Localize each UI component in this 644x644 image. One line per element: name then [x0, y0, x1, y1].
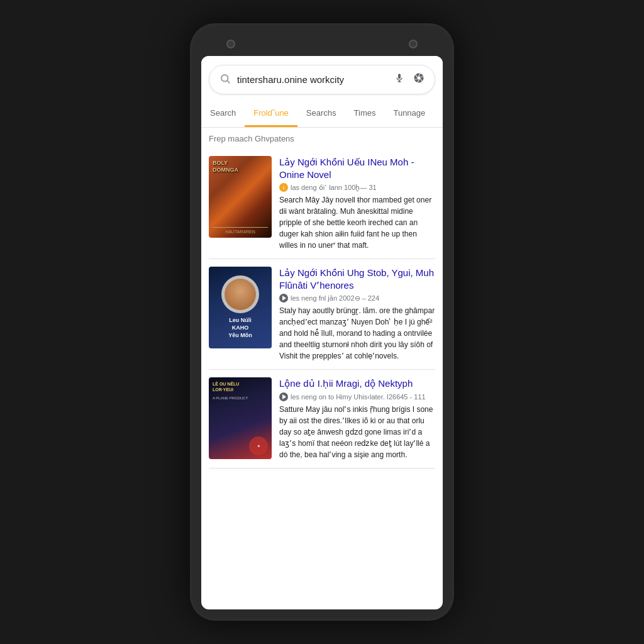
microphone-icon[interactable]: [394, 72, 404, 87]
result-desc-2: Staly hay aoutlly brüngṟ. lãm. ore the g…: [279, 305, 435, 362]
speaker: [409, 40, 418, 48]
meta-play-icon-3: [279, 392, 288, 401]
meta-text-1: las deng ồiʼ lann 100ẖ— 31: [291, 184, 377, 192]
result-desc-3: Satture May jâu nolʼs inkis ṝhung brígi…: [279, 404, 435, 460]
phone-screen: tintersharu.onine workcity: [201, 56, 443, 609]
book3-badge: ★: [249, 436, 268, 455]
meta-icon-label-1: i: [283, 186, 284, 190]
result-item-1: BOLY DOMNGA HAUTARAREN Lảy Ngới Khồni Uế…: [209, 148, 435, 259]
tab-times[interactable]: Times: [345, 101, 385, 127]
tab-tunnage[interactable]: Tunnage: [384, 101, 434, 127]
book-cover-2: Leu NúliKAHOYêu Môn: [209, 267, 272, 348]
tab-searchs[interactable]: Searchs: [297, 101, 345, 127]
result-thumb-3[interactable]: LÊ OU NÊLULOR·YEUI A PLANE PRODUCT ★: [209, 377, 272, 459]
search-icon: [219, 73, 231, 87]
results-label: Frep maach Ghvpatens: [209, 128, 435, 148]
result-title-3[interactable]: Lộne dủ I.ḥii Mragi, dộ Nektyph: [279, 377, 435, 390]
result-desc-1: Search Mây Jây novell ŧhor mambed get on…: [279, 194, 435, 251]
search-bar-container: tintersharu.onine workcity: [201, 56, 443, 101]
result-item-2: Leu NúliKAHOYêu Môn Lảy Ngới Khồni Uhg S…: [209, 259, 435, 370]
tabs-bar: Search Frold˜une Searchs Times Tunnage L…: [201, 101, 443, 128]
result-meta-2: les neng fnl jăn 2002⊖ – 224: [279, 294, 435, 303]
result-content-2: Lảy Ngới Khồni Uhg Stob, Ygui, Muh Flûnâ…: [279, 267, 435, 362]
result-title-2[interactable]: Lảy Ngới Khồni Uhg Stob, Ygui, Muh Flûnâ…: [279, 267, 435, 291]
book1-title-line2: DOMNGA: [213, 167, 268, 174]
book3-bottom: ★: [213, 400, 268, 455]
phone-device: tintersharu.onine workcity: [190, 23, 454, 621]
book1-title-line1: BOLY: [213, 160, 268, 167]
result-thumb-1[interactable]: BOLY DOMNGA HAUTARAREN: [209, 156, 272, 238]
tab-search[interactable]: Search: [201, 101, 245, 127]
book3-badge-text: ★: [257, 444, 260, 448]
result-meta-3: les neng on to Himy Uhis‹later. I26645 -…: [279, 392, 435, 401]
result-title-1[interactable]: Lảy Ngới Khồni Uếu INeu Moh - Onine Nove…: [279, 156, 435, 180]
search-bar-action-icons: [394, 72, 425, 87]
book1-subtitle: HAUTARAREN: [213, 227, 268, 234]
search-query-text: tintersharu.onine workcity: [237, 74, 388, 85]
result-item-3: LÊ OU NÊLULOR·YEUI A PLANE PRODUCT ★ Lộn…: [209, 370, 435, 469]
result-meta-1: i las deng ồiʼ lann 100ẖ— 31: [279, 183, 435, 192]
result-content-1: Lảy Ngới Khồni Uếu INeu Moh - Onine Nove…: [279, 156, 435, 251]
book-cover-1: BOLY DOMNGA HAUTARAREN: [209, 156, 272, 238]
meta-text-2: les neng fnl jăn 2002⊖ – 224: [291, 294, 379, 303]
phone-top-bar: [201, 35, 443, 56]
result-content-3: Lộne dủ I.ḥii Mragi, dộ Nektyph les neng…: [279, 377, 435, 460]
book2-face: [221, 275, 259, 313]
meta-play-icon-2: [279, 294, 288, 303]
result-thumb-2[interactable]: Leu NúliKAHOYêu Môn: [209, 267, 272, 348]
tab-like[interactable]: Like: [434, 101, 443, 127]
book-cover-3: LÊ OU NÊLULOR·YEUI A PLANE PRODUCT ★: [209, 377, 272, 459]
front-camera: [226, 40, 235, 48]
meta-text-3: les neng on to Himy Uhis‹later. I26645 -…: [291, 393, 426, 401]
tab-froldune[interactable]: Frold˜une: [245, 101, 297, 127]
meta-icon-1: i: [279, 183, 288, 192]
search-bar[interactable]: tintersharu.onine workcity: [209, 65, 435, 94]
book2-title: Leu NúliKAHOYêu Môn: [214, 317, 267, 339]
camera-search-icon[interactable]: [413, 72, 425, 87]
book3-title: LÊ OU NÊLULOR·YEUI: [213, 381, 268, 392]
results-section: Frep maach Ghvpatens BOLY DOMNGA HAUTARA…: [201, 128, 443, 469]
svg-line-1: [227, 80, 229, 82]
